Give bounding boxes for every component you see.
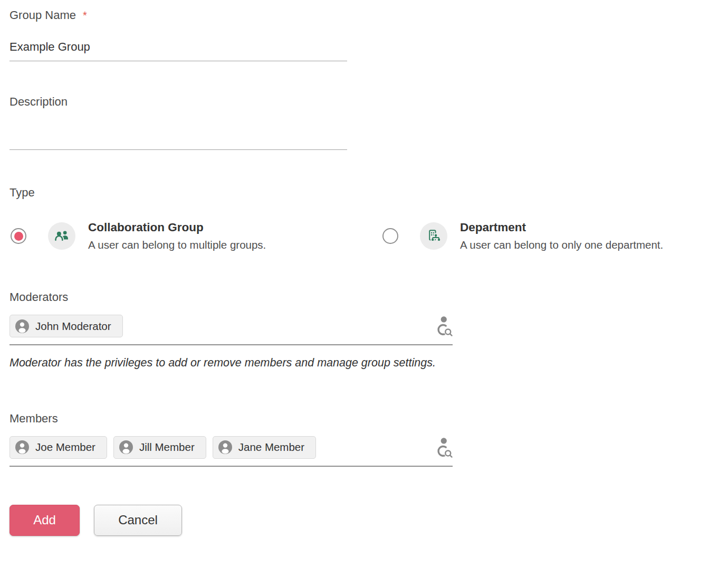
description-label: Description <box>9 95 717 109</box>
org-building-glyph <box>426 229 442 244</box>
group-name-label-row: Group Name * <box>9 8 717 22</box>
members-label: Members <box>9 412 717 426</box>
moderators-label: Moderators <box>9 290 717 304</box>
moderator-chip[interactable]: John Moderator <box>9 315 123 337</box>
type-options: Collaboration Group A user can belong to… <box>9 221 717 251</box>
user-avatar-icon <box>15 319 29 333</box>
radio-dot <box>14 232 23 241</box>
collaboration-group-text: Collaboration Group A user can belong to… <box>88 221 266 251</box>
moderators-field[interactable]: John Moderator <box>9 315 453 345</box>
moderator-note: Moderator has the privileges to add or r… <box>9 355 447 372</box>
department-description: A user can belong to only one department… <box>460 239 663 251</box>
type-option-collaboration-group[interactable]: Collaboration Group A user can belong to… <box>9 221 381 251</box>
user-avatar-icon <box>15 440 29 454</box>
add-group-form: Group Name * Description Type Collaborat… <box>0 0 728 566</box>
user-avatar-icon <box>218 440 232 454</box>
department-radio[interactable] <box>382 228 398 244</box>
collaboration-group-description: A user can belong to multiple groups. <box>88 239 266 251</box>
form-actions: Add Cancel <box>9 505 717 536</box>
department-text: Department A user can belong to only one… <box>460 221 663 251</box>
member-chip-label: Jane Member <box>238 441 304 454</box>
person-search-icon[interactable] <box>435 315 453 338</box>
type-option-department[interactable]: Department A user can belong to only one… <box>381 221 663 251</box>
people-group-glyph <box>54 229 70 243</box>
user-avatar-icon <box>119 440 133 454</box>
cancel-button[interactable]: Cancel <box>94 505 182 536</box>
member-chip[interactable]: Jane Member <box>213 436 316 459</box>
department-icon <box>420 222 447 250</box>
collaboration-group-radio[interactable] <box>11 228 26 244</box>
moderators-chips: John Moderator <box>9 315 123 337</box>
collaboration-group-icon <box>48 222 75 250</box>
member-chip[interactable]: Jill Member <box>113 436 206 459</box>
type-label: Type <box>9 186 717 200</box>
moderator-chip-label: John Moderator <box>35 320 111 333</box>
department-title: Department <box>460 221 663 234</box>
description-input[interactable] <box>9 109 347 150</box>
members-chips: Joe Member Jill Member Jane Member <box>9 436 316 459</box>
collaboration-group-title: Collaboration Group <box>88 221 266 234</box>
group-name-label: Group Name <box>9 8 76 22</box>
member-chip[interactable]: Joe Member <box>9 436 107 459</box>
members-field[interactable]: Joe Member Jill Member Jane Member <box>9 436 453 467</box>
required-asterisk: * <box>83 10 87 22</box>
member-chip-label: Joe Member <box>35 441 95 454</box>
member-chip-label: Jill Member <box>139 441 195 454</box>
group-name-input[interactable] <box>9 40 347 61</box>
person-search-icon[interactable] <box>435 436 453 459</box>
add-button[interactable]: Add <box>9 505 80 536</box>
